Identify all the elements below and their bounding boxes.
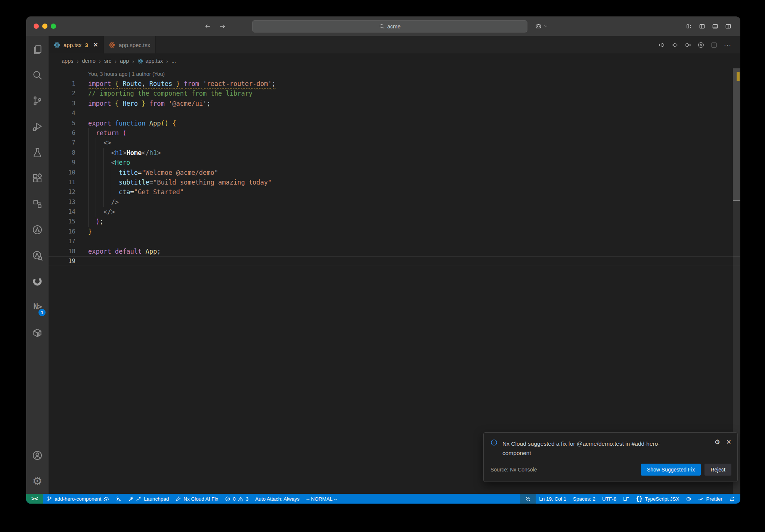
reject-button[interactable]: Reject [704, 464, 731, 476]
breadcrumb-item-app.tsx[interactable]: app.tsx [137, 58, 163, 64]
status-notifications[interactable] [726, 494, 738, 504]
status-remote-indicator[interactable]: >< [26, 494, 43, 504]
status-prettier[interactable]: Prettier [695, 494, 726, 504]
code-line-12[interactable]: 12 cta="Get Started" [49, 187, 740, 197]
line-number: 13 [49, 197, 75, 207]
activity-item-settings[interactable]: ⚙ [26, 468, 49, 494]
activity-item-project-graph-search[interactable] [26, 242, 49, 268]
show-suggested-fix-button[interactable]: Show Suggested Fix [641, 464, 701, 476]
blame-annotation: You, 3 hours ago | 1 author (You) [88, 69, 740, 79]
beaker-icon [32, 147, 43, 158]
code-line-15[interactable]: 15 ); [49, 217, 740, 226]
code-line-3[interactable]: 3import { Hero } from '@acme/ui'; [49, 99, 740, 108]
breadcrumb-item-demo[interactable]: demo [82, 58, 95, 64]
command-center-search[interactable]: acme [252, 20, 527, 33]
code-line-7[interactable]: 7 <> [49, 138, 740, 148]
line-number: 17 [49, 236, 75, 246]
status-encoding[interactable]: UTF-8 [599, 494, 620, 504]
code-line-8[interactable]: 8 <h1>Home</h1> [49, 148, 740, 158]
activity-item-project-graph[interactable] [26, 217, 49, 242]
code-line-1[interactable]: 1import { Route, Routes } from 'react-ro… [49, 79, 740, 89]
title-bar: acme [26, 16, 740, 36]
nav-forward-circle-icon[interactable] [685, 42, 691, 48]
toggle-panel-icon[interactable] [712, 23, 718, 30]
rocket-icon [128, 496, 134, 502]
editor-scrollbar[interactable] [733, 68, 740, 494]
activity-item-run-and-debug[interactable] [26, 114, 49, 139]
toggle-primary-sidebar-icon[interactable] [699, 23, 705, 30]
scrollbar-thumb[interactable] [733, 68, 740, 201]
code-line-10[interactable]: 10 title="Welcmoe @acme/demo" [49, 168, 740, 177]
customize-layout-icon[interactable] [686, 23, 692, 30]
code-line-17[interactable]: 17 [49, 236, 740, 246]
forward-arrow-icon[interactable] [219, 23, 226, 30]
code-line-14[interactable]: 14 </> [49, 207, 740, 217]
close-window-button[interactable] [34, 24, 39, 29]
toggle-secondary-sidebar-icon[interactable] [725, 23, 731, 30]
minimize-window-button[interactable] [42, 24, 47, 29]
status-auto-attach[interactable]: Auto Attach: Always [252, 494, 303, 504]
activity-item-container-tools[interactable] [26, 320, 49, 346]
activity-item-explorer[interactable] [26, 36, 49, 62]
activity-item-nx-console[interactable]: N>1 [26, 294, 49, 320]
zoom-window-button[interactable] [51, 24, 56, 29]
code-line-4[interactable]: 4 [49, 108, 740, 118]
activity-item-search[interactable] [26, 62, 49, 88]
status-problems[interactable]: 03 [222, 494, 252, 504]
code-line-11[interactable]: 11 subtitle="Build something amazing tod… [49, 177, 740, 187]
code-line-6[interactable]: 6 return ( [49, 128, 740, 138]
breadcrumb-item-...[interactable]: ... [171, 58, 176, 64]
code-line-5[interactable]: 5export function App() { [49, 118, 740, 128]
status-language-mode[interactable]: {}TypeScript JSX [632, 494, 682, 504]
breadcrumb-label: demo [82, 58, 95, 64]
more-actions-icon[interactable]: ··· [724, 42, 731, 48]
tab-close-icon[interactable]: ✕ [93, 42, 98, 48]
notification-settings-icon[interactable]: ⚙ [715, 439, 720, 445]
activity-item-testing[interactable] [26, 139, 49, 165]
status-cursor-position[interactable]: Ln 19, Col 1 [536, 494, 570, 504]
breadcrumb-label: ... [171, 58, 176, 64]
status-commit-graph[interactable] [112, 494, 125, 504]
breadcrumb-item-app[interactable]: app [120, 58, 129, 64]
status-text: Spaces: 2 [573, 496, 595, 502]
tab-app.spec.tsx[interactable]: app.spec.tsx [104, 36, 156, 53]
traffic-lights [34, 24, 56, 29]
error-icon [225, 496, 230, 502]
search-icon [32, 70, 43, 80]
activity-item-extensions[interactable] [26, 165, 49, 191]
warning-icon [238, 496, 244, 502]
double-check-icon [698, 496, 704, 502]
activity-item-accounts[interactable] [26, 442, 49, 468]
status-launchpad[interactable]: Launchpad [125, 494, 172, 504]
status-nx-cloud-ai-fix[interactable]: Nx Cloud AI Fix [172, 494, 222, 504]
nav-dot-circle-icon[interactable] [672, 42, 678, 48]
tab-app.tsx[interactable]: app.tsx3✕ [49, 36, 104, 53]
graph-circle-icon[interactable] [698, 42, 704, 48]
code-line-16[interactable]: 16} [49, 227, 740, 236]
code-line-19[interactable]: 19 [49, 256, 740, 266]
code-editor[interactable]: You, 3 hours ago | 1 author (You) 1impor… [49, 68, 740, 494]
back-arrow-icon[interactable] [205, 23, 211, 30]
status-zoom-level[interactable] [520, 494, 536, 504]
status-copilot[interactable] [682, 494, 695, 504]
breadcrumb-label: app [120, 58, 129, 64]
code-line-18[interactable]: 18export default App; [49, 247, 740, 256]
nav-back-circle-icon[interactable] [659, 42, 665, 48]
code-line-13[interactable]: 13 /> [49, 197, 740, 207]
copilot-menu-button[interactable] [535, 16, 548, 36]
activity-item-edge-browser[interactable] [26, 268, 49, 294]
breadcrumb-item-src[interactable]: src [104, 58, 111, 64]
notification-close-icon[interactable]: ✕ [726, 439, 731, 445]
status-vim-mode[interactable]: -- NORMAL -- [303, 494, 341, 504]
status-text: -- NORMAL -- [306, 496, 337, 502]
activity-item-references[interactable] [26, 191, 49, 217]
breadcrumb-item-apps[interactable]: apps [62, 58, 73, 64]
status-git-branch[interactable]: add-hero-component [43, 494, 112, 504]
code-line-2[interactable]: 2// importing the component from the lib… [49, 89, 740, 98]
history-navigation [205, 16, 226, 36]
status-indentation[interactable]: Spaces: 2 [570, 494, 599, 504]
activity-item-source-control[interactable] [26, 88, 49, 114]
status-eol[interactable]: LF [620, 494, 632, 504]
split-editor-icon[interactable] [711, 42, 717, 48]
code-line-9[interactable]: 9 <Hero [49, 158, 740, 167]
